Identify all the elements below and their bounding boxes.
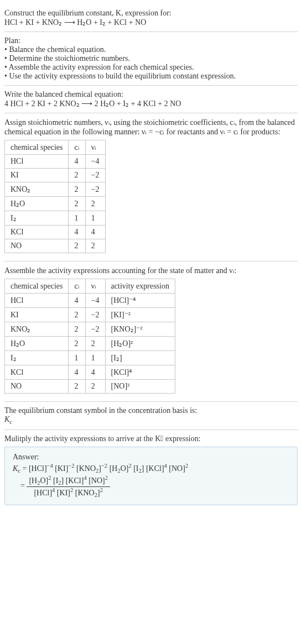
cell: −2 bbox=[85, 308, 105, 322]
answer-fraction: = [H2O]2 [I2] [KCl]4 [NO]2 [HCl]4 [KI]2 … bbox=[13, 475, 289, 498]
cell: KCl bbox=[5, 365, 69, 380]
stoich-heading: Assign stoichiometric numbers, νᵢ, using… bbox=[4, 118, 298, 137]
cell: [KI]⁻² bbox=[105, 308, 175, 322]
stoich-table: chemical species cᵢ νᵢ HCl4−4 KI2−2 KNO₂… bbox=[4, 140, 106, 253]
table-row: KNO₂2−2[KNO₂]⁻² bbox=[5, 322, 175, 337]
balanced-section: Write the balanced chemical equation: 4 … bbox=[4, 86, 298, 113]
cell: 2 bbox=[69, 197, 85, 211]
cell: [KNO₂]⁻² bbox=[105, 322, 175, 337]
cell: 2 bbox=[69, 308, 85, 322]
cell: 4 bbox=[69, 365, 85, 380]
col-nui: νᵢ bbox=[85, 140, 105, 155]
table-row: NO22[NO]² bbox=[5, 380, 175, 394]
fraction: [H2O]2 [I2] [KCl]4 [NO]2 [HCl]4 [KI]2 [K… bbox=[27, 475, 110, 498]
cell: H₂O bbox=[5, 337, 69, 351]
table-row: KNO₂2−2 bbox=[5, 182, 106, 197]
cell: 1 bbox=[85, 351, 105, 365]
table-header-row: chemical species cᵢ νᵢ activity expressi… bbox=[5, 279, 175, 294]
activity-section: Assemble the activity expressions accoun… bbox=[4, 261, 298, 402]
cell: 4 bbox=[85, 226, 105, 239]
balanced-equation: 4 HCl + 2 KI + 2 KNO₂ ⟶ 2 H₂O + I₂ + 4 K… bbox=[4, 99, 298, 108]
cell: H₂O bbox=[5, 197, 69, 211]
cell: NO bbox=[5, 380, 69, 394]
cell: 4 bbox=[85, 365, 105, 380]
cell: −2 bbox=[85, 322, 105, 337]
col-species: chemical species bbox=[5, 279, 69, 294]
cell: 2 bbox=[85, 197, 105, 211]
fraction-denominator: [HCl]4 [KI]2 [KNO2]2 bbox=[27, 487, 110, 498]
cell: [KCl]⁴ bbox=[105, 365, 175, 380]
cell: KI bbox=[5, 308, 69, 322]
cell: I₂ bbox=[5, 351, 69, 365]
cell: [NO]² bbox=[105, 380, 175, 394]
cell: 1 bbox=[85, 211, 105, 226]
answer-line1: Kc = [HCl]−4 [KI]−2 [KNO2]−2 [H2O]2 [I2]… bbox=[13, 463, 289, 474]
symbol-kc: Kc bbox=[4, 415, 298, 425]
plan-item: • Balance the chemical equation. bbox=[4, 45, 298, 54]
multiply-heading: Mulitply the activity expressions to arr… bbox=[4, 434, 298, 443]
stoich-section: Assign stoichiometric numbers, νᵢ, using… bbox=[4, 113, 298, 261]
cell: NO bbox=[5, 239, 69, 253]
cell: 2 bbox=[69, 337, 85, 351]
cell: −4 bbox=[85, 155, 105, 169]
cell: HCl bbox=[5, 294, 69, 308]
table-row: HCl4−4[HCl]⁻⁴ bbox=[5, 294, 175, 308]
cell: I₂ bbox=[5, 211, 69, 226]
table-row: KCl44 bbox=[5, 226, 106, 239]
plan-heading: Plan: bbox=[4, 36, 298, 45]
cell: 4 bbox=[69, 155, 85, 169]
cell: [I₂] bbox=[105, 351, 175, 365]
cell: 2 bbox=[69, 380, 85, 394]
col-ci: cᵢ bbox=[69, 279, 85, 294]
cell: HCl bbox=[5, 155, 69, 169]
cell: 2 bbox=[69, 182, 85, 197]
cell: [H₂O]² bbox=[105, 337, 175, 351]
cell: −2 bbox=[85, 182, 105, 197]
multiply-section: Mulitply the activity expressions to arr… bbox=[4, 430, 298, 510]
table-row: NO22 bbox=[5, 239, 106, 253]
col-activity: activity expression bbox=[105, 279, 175, 294]
fraction-numerator: [H2O]2 [I2] [KCl]4 [NO]2 bbox=[27, 475, 110, 486]
table-row: HCl4−4 bbox=[5, 155, 106, 169]
cell: −2 bbox=[85, 169, 105, 182]
cell: 1 bbox=[69, 211, 85, 226]
plan-item: • Use the activity expressions to build … bbox=[4, 72, 298, 81]
activity-table: chemical species cᵢ νᵢ activity expressi… bbox=[4, 279, 175, 394]
cell: 4 bbox=[69, 226, 85, 239]
symbol-line1: The equilibrium constant symbol in the c… bbox=[4, 406, 298, 415]
activity-heading: Assemble the activity expressions accoun… bbox=[4, 266, 298, 275]
cell: KCl bbox=[5, 226, 69, 239]
balanced-heading: Write the balanced chemical equation: bbox=[4, 90, 298, 99]
cell: 2 bbox=[85, 337, 105, 351]
plan-item: • Determine the stoichiometric numbers. bbox=[4, 54, 298, 63]
table-row: H₂O22[H₂O]² bbox=[5, 337, 175, 351]
intro-line: Construct the equilibrium constant, K, e… bbox=[4, 9, 298, 18]
cell: KNO₂ bbox=[5, 182, 69, 197]
eq-prefix: = bbox=[20, 481, 27, 490]
table-row: KI2−2 bbox=[5, 169, 106, 182]
cell: 2 bbox=[69, 169, 85, 182]
cell: −4 bbox=[85, 294, 105, 308]
col-species: chemical species bbox=[5, 140, 69, 155]
cell: 4 bbox=[69, 294, 85, 308]
plan-section: Plan: • Balance the chemical equation. •… bbox=[4, 32, 298, 86]
table-row: KCl44[KCl]⁴ bbox=[5, 365, 175, 380]
cell: KNO₂ bbox=[5, 322, 69, 337]
cell: 2 bbox=[85, 239, 105, 253]
cell: 1 bbox=[69, 351, 85, 365]
symbol-section: The equilibrium constant symbol in the c… bbox=[4, 402, 298, 430]
cell: KI bbox=[5, 169, 69, 182]
intro-section: Construct the equilibrium constant, K, e… bbox=[4, 4, 298, 32]
answer-box: Answer: Kc = [HCl]−4 [KI]−2 [KNO2]−2 [H2… bbox=[4, 447, 298, 505]
table-row: KI2−2[KI]⁻² bbox=[5, 308, 175, 322]
col-ci: cᵢ bbox=[69, 140, 85, 155]
answer-label: Answer: bbox=[13, 453, 289, 462]
cell: 2 bbox=[85, 380, 105, 394]
col-nui: νᵢ bbox=[85, 279, 105, 294]
table-row: I₂11 bbox=[5, 211, 106, 226]
table-row: I₂11[I₂] bbox=[5, 351, 175, 365]
plan-item: • Assemble the activity expression for e… bbox=[4, 63, 298, 72]
cell: 2 bbox=[69, 322, 85, 337]
cell: 2 bbox=[69, 239, 85, 253]
table-header-row: chemical species cᵢ νᵢ bbox=[5, 140, 106, 155]
